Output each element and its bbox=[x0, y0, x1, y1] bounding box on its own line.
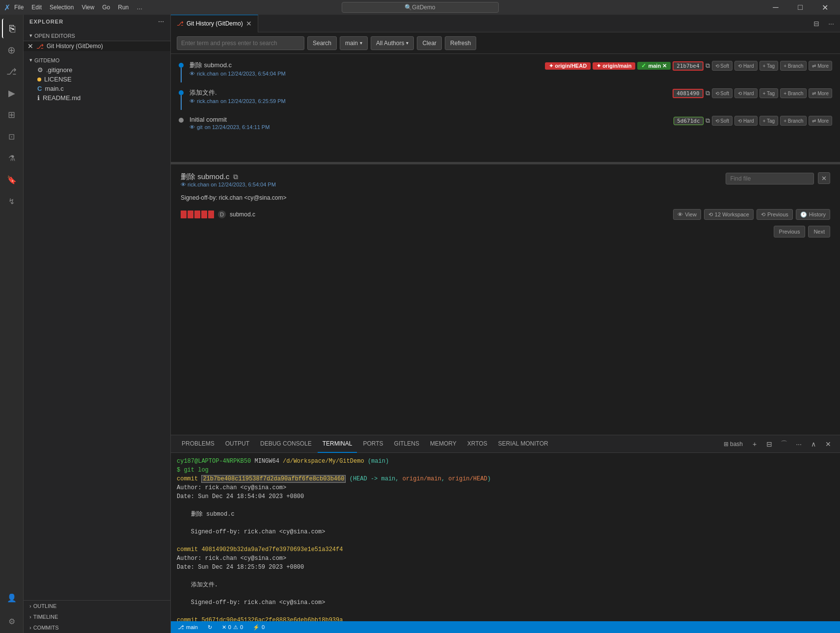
more-btn-2[interactable]: ⇌ More bbox=[809, 88, 832, 98]
panel-close-btn[interactable]: ✕ bbox=[822, 438, 834, 450]
soft-btn-3[interactable]: ⟲ Soft bbox=[712, 116, 733, 126]
more-actions-btn[interactable]: ··· bbox=[824, 17, 838, 30]
tab-memory[interactable]: MEMORY bbox=[425, 435, 461, 453]
bookmarks-icon[interactable]: 🔖 bbox=[2, 170, 22, 189]
menu-selection[interactable]: Selection bbox=[50, 4, 74, 11]
tab-problems[interactable]: PROBLEMS bbox=[177, 435, 219, 453]
branch-btn-2[interactable]: + Branch bbox=[780, 88, 807, 98]
menu-run[interactable]: Run bbox=[118, 4, 129, 11]
minimize-button[interactable]: ─ bbox=[764, 0, 787, 15]
tab-terminal[interactable]: TERMINAL bbox=[318, 435, 357, 453]
hard-btn-1[interactable]: ⟲ Hard bbox=[734, 61, 757, 71]
branch-btn-1[interactable]: + Branch bbox=[780, 61, 807, 71]
menu-file[interactable]: File bbox=[14, 4, 24, 11]
explorer-icon[interactable]: ⎘ bbox=[2, 19, 22, 38]
detail-previous-btn[interactable]: Previous bbox=[774, 226, 806, 237]
file-license[interactable]: LICENSE bbox=[24, 75, 170, 84]
terminal-content[interactable]: cy187@LAPTOP-4NRPKB50 MINGW64 /d/Workspa… bbox=[171, 453, 840, 621]
sidebar-timeline[interactable]: › TIMELINE bbox=[24, 611, 170, 622]
search-icon[interactable]: ⊕ bbox=[2, 40, 22, 60]
tab-git-history[interactable]: ⎇ Git History (GitDemo) ✕ bbox=[171, 15, 258, 32]
history-btn[interactable]: 🕐 History bbox=[796, 209, 830, 220]
commit-hash-1[interactable]: 21b7be4 bbox=[673, 61, 703, 71]
soft-btn-1[interactable]: ⟲ Soft bbox=[712, 61, 733, 71]
copy-detail-icon[interactable]: ⧉ bbox=[233, 173, 238, 181]
close-button[interactable]: ✕ bbox=[813, 0, 836, 15]
copy-hash-icon[interactable]: ⧉ bbox=[705, 62, 710, 70]
diff-block-1 bbox=[181, 211, 187, 218]
detail-next-btn[interactable]: Next bbox=[808, 226, 830, 237]
status-branch[interactable]: ⎇ main bbox=[175, 621, 201, 633]
close-tab-icon[interactable]: ✕ bbox=[27, 42, 33, 50]
open-editors-title[interactable]: ▾ OPEN EDITORS bbox=[24, 30, 170, 41]
branch-btn-3[interactable]: + Branch bbox=[780, 116, 807, 126]
git-graph-icon[interactable]: ↯ bbox=[2, 191, 22, 211]
file-gitignore[interactable]: ⚙ .gitignore bbox=[24, 65, 170, 75]
status-sync[interactable]: ↻ bbox=[205, 621, 215, 633]
source-control-icon[interactable]: ⎇ bbox=[2, 62, 22, 81]
hard-btn-2[interactable]: ⟲ Hard bbox=[734, 88, 757, 98]
menu-view[interactable]: View bbox=[81, 4, 94, 11]
commit-hash-2[interactable]: 4081490 bbox=[673, 89, 703, 98]
tag-btn-3[interactable]: + Tag bbox=[759, 116, 779, 126]
tag-btn-1[interactable]: + Tag bbox=[759, 61, 779, 71]
commit-item-1[interactable]: 删除 submod.c 👁 rick.chan on 12/24/2023, 6… bbox=[171, 58, 840, 85]
menu-go[interactable]: Go bbox=[102, 4, 110, 11]
add-terminal-btn[interactable]: + bbox=[749, 438, 760, 450]
tab-xrtos[interactable]: XRTOS bbox=[462, 435, 492, 453]
commit-item-2[interactable]: 添加文件. 👁 rick.chan on 12/24/2023, 6:25:59… bbox=[171, 85, 840, 113]
accounts-icon[interactable]: 👤 bbox=[2, 588, 22, 607]
copy-hash-icon-3[interactable]: ⧉ bbox=[705, 117, 710, 125]
copy-hash-icon-2[interactable]: ⧉ bbox=[705, 89, 710, 97]
previous-btn[interactable]: ⟲ Previous bbox=[757, 209, 793, 220]
tag-btn-2[interactable]: + Tag bbox=[759, 88, 779, 98]
history-icon: 🕐 bbox=[800, 211, 807, 218]
sidebar-commits[interactable]: › COMMITS bbox=[24, 622, 170, 633]
commit-hash-3[interactable]: 5d671dc bbox=[674, 117, 703, 125]
maximize-button[interactable]: □ bbox=[789, 0, 812, 15]
find-file-input[interactable] bbox=[726, 173, 814, 185]
status-errors[interactable]: ✕ 0 ⚠ 0 bbox=[219, 621, 246, 633]
commit-item-3[interactable]: Initial commit 👁 git on 12/24/2023, 6:14… bbox=[171, 113, 840, 133]
tab-ports[interactable]: PORTS bbox=[358, 435, 388, 453]
sidebar-menu-btn[interactable]: ··· bbox=[159, 19, 164, 25]
menu-edit[interactable]: Edit bbox=[31, 4, 42, 11]
view-btn[interactable]: 👁 View bbox=[673, 209, 701, 220]
status-info[interactable]: ⚡ 0 bbox=[250, 621, 268, 633]
menu-more[interactable]: … bbox=[136, 4, 142, 11]
extensions-icon[interactable]: ⊞ bbox=[2, 105, 22, 125]
settings-icon[interactable]: ⚙ bbox=[2, 611, 22, 631]
authors-dropdown[interactable]: All Authors ▾ bbox=[371, 36, 414, 50]
more-btn-3[interactable]: ⇌ More bbox=[809, 116, 832, 126]
branch-dropdown[interactable]: main ▾ bbox=[340, 36, 368, 50]
open-editor-git-history[interactable]: ✕ ⎇ Git History (GitDemo) bbox=[24, 41, 170, 51]
kill-terminal-btn[interactable]: ⌒ bbox=[778, 438, 790, 450]
workspace-btn[interactable]: ⟲ 12 Workspace bbox=[704, 209, 754, 220]
split-terminal-btn[interactable]: ⊟ bbox=[763, 438, 775, 450]
hard-btn-3[interactable]: ⟲ Hard bbox=[734, 116, 757, 126]
panel-up-btn[interactable]: ∧ bbox=[808, 438, 819, 450]
close-find-btn[interactable]: ✕ bbox=[818, 172, 830, 184]
soft-btn-2[interactable]: ⟲ Soft bbox=[712, 88, 733, 98]
git-search-input[interactable] bbox=[177, 36, 304, 50]
tab-gitlens[interactable]: GITLENS bbox=[389, 435, 424, 453]
remote-explorer-icon[interactable]: ⊡ bbox=[2, 127, 22, 146]
tab-close-btn[interactable]: ✕ bbox=[246, 20, 252, 27]
sidebar-outline[interactable]: › OUTLINE bbox=[24, 601, 170, 611]
split-editor-btn[interactable]: ⊟ bbox=[810, 17, 823, 30]
tab-debug-console[interactable]: DEBUG CONSOLE bbox=[255, 435, 317, 453]
gitdemo-title[interactable]: ▾ GITDEMO bbox=[24, 55, 170, 65]
commit-info-1: 删除 submod.c 👁 rick.chan on 12/24/2023, 6… bbox=[190, 61, 539, 77]
testing-icon[interactable]: ⚗ bbox=[2, 148, 22, 168]
clear-button[interactable]: Clear bbox=[417, 36, 442, 50]
terminal-more-btn[interactable]: ··· bbox=[793, 438, 805, 450]
search-button[interactable]: Search bbox=[307, 36, 337, 50]
tab-serial-monitor[interactable]: SERIAL MONITOR bbox=[493, 435, 553, 453]
run-debug-icon[interactable]: ▶ bbox=[2, 83, 22, 103]
file-main-c[interactable]: C main.c bbox=[24, 84, 170, 93]
tab-output[interactable]: OUTPUT bbox=[220, 435, 254, 453]
refresh-button[interactable]: Refresh bbox=[445, 36, 476, 50]
more-btn-1[interactable]: ⇌ More bbox=[809, 61, 832, 71]
commit-actions-1: ✦ origin/HEAD ✦ origin/main ✓ main ✕ 21b… bbox=[545, 61, 832, 71]
file-readme[interactable]: ℹ README.md bbox=[24, 93, 170, 103]
